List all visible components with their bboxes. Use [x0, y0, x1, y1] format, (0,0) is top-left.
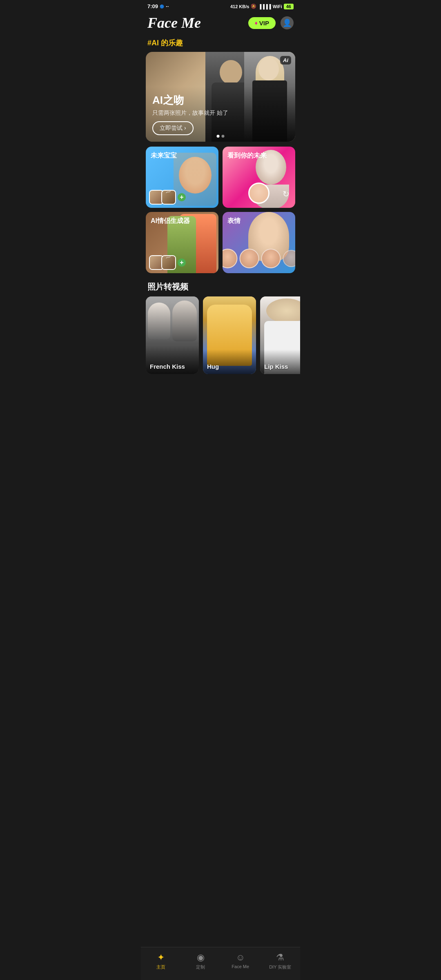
- hero-content: AI之吻 只需两张照片，故事就开 始了 立即尝试 ›: [146, 87, 295, 142]
- add-photo-btn[interactable]: +: [178, 193, 186, 201]
- female-head: [258, 58, 279, 80]
- card-baby-label: 未来宝宝: [151, 151, 177, 160]
- french-kiss-bg: [146, 296, 199, 374]
- status-dot: 🔵: [160, 4, 164, 9]
- person-icon: 👤: [283, 18, 292, 27]
- expression-faces-row: [223, 249, 295, 268]
- hug-label: Hug: [207, 363, 219, 370]
- expr-face-1: [223, 249, 238, 268]
- signal-icon: ▐▐▐▐: [258, 4, 271, 9]
- vip-diamond-icon: ♦: [255, 20, 258, 26]
- hero-subtitle: 只需两张照片，故事就开 始了: [152, 109, 289, 117]
- hug-bg: [203, 296, 256, 374]
- card-expression-label: 表情: [227, 217, 241, 225]
- hero-cta-button[interactable]: 立即尝试 ›: [152, 121, 194, 135]
- card-baby[interactable]: 未来宝宝 + ~: [146, 147, 218, 208]
- video-cards-scroll[interactable]: French Kiss Hug: [141, 296, 300, 381]
- wifi-icon: WiFi: [273, 4, 282, 9]
- status-left: 7:09 🔵 ··: [147, 3, 169, 9]
- card-future[interactable]: 看到你的未来 ↻: [223, 147, 295, 208]
- network-speed: 412 KB/s: [230, 4, 249, 9]
- ai-hash: #AI 的乐趣: [147, 39, 183, 47]
- video-card-hug[interactable]: Hug: [203, 296, 256, 374]
- app-title: Face Me: [147, 14, 201, 31]
- card-expression[interactable]: 表情: [223, 212, 295, 273]
- french-kiss-label: French Kiss: [150, 363, 185, 370]
- hero-cta-label: 立即尝试 ›: [160, 125, 186, 132]
- video-card-lip-kiss[interactable]: Lip Kiss: [260, 296, 300, 374]
- time-display: 7:09: [147, 3, 158, 9]
- hero-banner[interactable]: Ai AI之吻 只需两张照片，故事就开 始了 立即尝试 ›: [146, 52, 295, 142]
- expr-face-3: [261, 249, 281, 268]
- status-ellipsis: ··: [166, 3, 169, 9]
- hero-title: AI之吻: [152, 93, 289, 107]
- header-actions: ♦ VIP 👤: [248, 16, 294, 29]
- vip-button[interactable]: ♦ VIP: [248, 17, 276, 29]
- mute-icon: 🔕: [251, 4, 256, 9]
- feature-cards-grid: 未来宝宝 + ~ 看到你的未来: [146, 147, 295, 273]
- ai-badge: Ai: [280, 56, 291, 65]
- banner-dots: [217, 135, 225, 138]
- video-card-french-kiss[interactable]: French Kiss: [146, 296, 199, 374]
- expr-face-2: [240, 249, 259, 268]
- profile-icon[interactable]: 👤: [281, 16, 294, 29]
- card-couple[interactable]: AI情侣生成器 + ~: [146, 212, 218, 273]
- couple-add-btn[interactable]: +: [178, 258, 186, 267]
- video-section-title: 照片转视频: [141, 278, 300, 296]
- dot-2: [222, 135, 225, 138]
- male-head: [220, 60, 242, 85]
- transform-arrow-icon: ↻: [283, 189, 290, 199]
- ai-section-title: #AI 的乐趣: [141, 36, 300, 52]
- expr-face-4: [283, 250, 296, 267]
- young-face-circle: [248, 183, 270, 204]
- card-future-label: 看到你的未来: [227, 151, 267, 160]
- vip-label: VIP: [259, 20, 269, 27]
- lip-kiss-bg: [260, 296, 300, 374]
- dot-1: [217, 135, 220, 138]
- status-right: 412 KB/s 🔕 ▐▐▐▐ WiFi 46: [230, 4, 294, 9]
- main-content: #AI 的乐趣 Ai AI之吻 只需两张照片，故事就开 始了 立即尝试 ›: [141, 36, 300, 434]
- app-header: Face Me ♦ VIP 👤: [141, 11, 300, 36]
- card-couple-label: AI情侣生成器: [151, 217, 190, 225]
- battery-icon: 46: [284, 4, 294, 9]
- status-bar: 7:09 🔵 ·· 412 KB/s 🔕 ▐▐▐▐ WiFi 46: [141, 0, 300, 11]
- lip-kiss-label: Lip Kiss: [264, 363, 288, 370]
